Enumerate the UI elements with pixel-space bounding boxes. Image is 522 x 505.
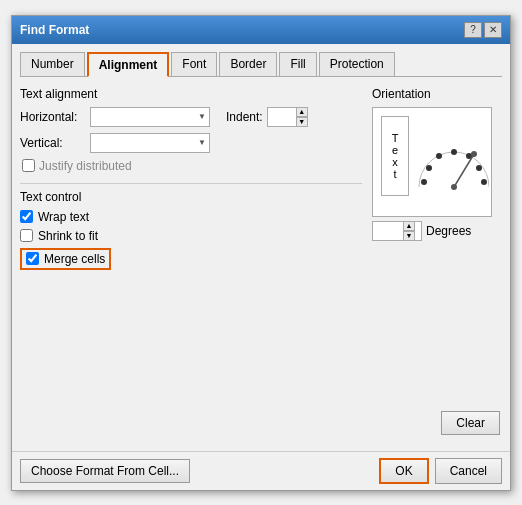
title-bar: Find Format ? ✕ <box>12 16 510 44</box>
svg-point-1 <box>451 149 457 155</box>
degrees-down-button[interactable]: ▼ <box>403 231 415 241</box>
svg-point-3 <box>476 165 482 171</box>
degrees-spinbox[interactable]: ▲ ▼ <box>372 221 422 241</box>
text-alignment-label: Text alignment <box>20 87 362 101</box>
orientation-label: Orientation <box>372 87 502 101</box>
horizontal-dropdown-icon: ▼ <box>198 112 206 121</box>
svg-point-5 <box>426 165 432 171</box>
svg-point-4 <box>436 153 442 159</box>
shrink-to-fit-row: Shrink to fit <box>20 229 362 243</box>
orientation-vertical-x: x <box>392 156 398 168</box>
degrees-label: Degrees <box>426 224 471 238</box>
merge-cells-row: Merge cells <box>20 248 362 270</box>
footer-area: Choose Format From Cell... OK Cancel <box>12 451 510 490</box>
indent-spinbox[interactable]: ▲ ▼ <box>267 107 307 127</box>
wrap-text-checkbox[interactable] <box>20 210 33 223</box>
justify-distributed-row: Justify distributed <box>22 159 362 173</box>
merge-cells-highlight-box: Merge cells <box>20 248 111 270</box>
find-format-dialog: Find Format ? ✕ Number Alignment Font Bo… <box>11 15 511 491</box>
cancel-button[interactable]: Cancel <box>435 458 502 484</box>
shrink-to-fit-checkbox[interactable] <box>20 229 33 242</box>
indent-input[interactable] <box>268 108 296 126</box>
tab-alignment[interactable]: Alignment <box>87 52 170 77</box>
indent-field: Indent: ▲ ▼ <box>226 107 307 127</box>
vertical-dropdown-icon: ▼ <box>198 138 206 147</box>
tab-number[interactable]: Number <box>20 52 85 76</box>
orientation-dial-svg <box>409 112 489 207</box>
ok-button[interactable]: OK <box>379 458 428 484</box>
degrees-input[interactable] <box>373 225 403 237</box>
indent-down-button[interactable]: ▼ <box>296 117 308 127</box>
orientation-vertical-T: T <box>392 132 399 144</box>
text-control-label: Text control <box>20 190 362 204</box>
clear-button[interactable]: Clear <box>441 411 500 435</box>
indent-spin-buttons: ▲ ▼ <box>296 107 308 127</box>
indent-label: Indent: <box>226 110 263 124</box>
degrees-up-button[interactable]: ▲ <box>403 221 415 231</box>
degrees-row: ▲ ▼ Degrees <box>372 221 502 241</box>
svg-point-6 <box>481 179 487 185</box>
tabs-bar: Number Alignment Font Border Fill Protec… <box>20 52 502 77</box>
wrap-text-label: Wrap text <box>38 210 89 224</box>
vertical-label: Vertical: <box>20 136 90 150</box>
justify-distributed-label: Justify distributed <box>39 159 132 173</box>
horizontal-row: Horizontal: ▼ Indent: ▲ <box>20 107 362 127</box>
vertical-row: Vertical: ▼ <box>20 133 362 153</box>
svg-point-7 <box>421 179 427 185</box>
ok-cancel-buttons: OK Cancel <box>379 458 502 484</box>
svg-point-9 <box>471 151 477 157</box>
justify-distributed-checkbox[interactable] <box>22 159 35 172</box>
text-control-group: Text control Wrap text Shrink to fit Mer… <box>20 190 362 270</box>
indent-up-button[interactable]: ▲ <box>296 107 308 117</box>
title-bar-buttons: ? ✕ <box>464 22 502 38</box>
tab-protection[interactable]: Protection <box>319 52 395 76</box>
horizontal-select[interactable]: ▼ <box>90 107 210 127</box>
orientation-vertical-e: e <box>392 144 398 156</box>
content-area: Text alignment Horizontal: ▼ Indent: <box>20 87 502 407</box>
orientation-box[interactable]: T e x t <box>372 107 492 217</box>
vertical-select[interactable]: ▼ <box>90 133 210 153</box>
tab-fill[interactable]: Fill <box>279 52 316 76</box>
horizontal-label: Horizontal: <box>20 110 90 124</box>
wrap-text-row: Wrap text <box>20 210 362 224</box>
dialog-title: Find Format <box>20 23 89 37</box>
right-panel: Orientation T e x t <box>372 87 502 407</box>
orientation-vertical-t: t <box>393 168 396 180</box>
choose-format-button[interactable]: Choose Format From Cell... <box>20 459 190 483</box>
dialog-body: Number Alignment Font Border Fill Protec… <box>12 44 510 451</box>
help-button[interactable]: ? <box>464 22 482 38</box>
tab-border[interactable]: Border <box>219 52 277 76</box>
section-divider <box>20 183 362 184</box>
svg-line-8 <box>454 154 474 187</box>
merge-cells-checkbox[interactable] <box>26 252 39 265</box>
merge-cells-label: Merge cells <box>44 252 105 266</box>
shrink-to-fit-label: Shrink to fit <box>38 229 98 243</box>
clear-row: Clear <box>20 407 502 443</box>
close-button[interactable]: ✕ <box>484 22 502 38</box>
tab-font[interactable]: Font <box>171 52 217 76</box>
left-panel: Text alignment Horizontal: ▼ Indent: <box>20 87 362 407</box>
